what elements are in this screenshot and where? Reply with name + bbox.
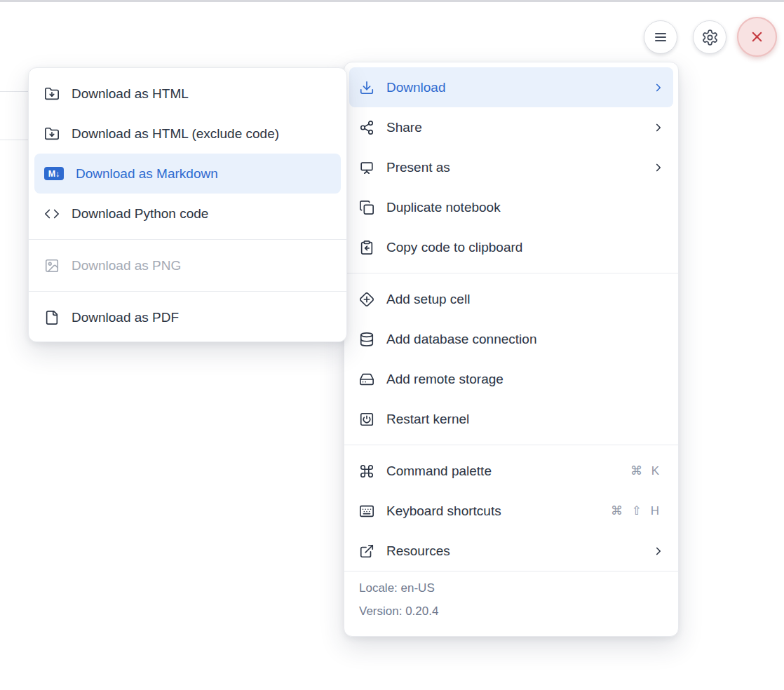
close-icon (749, 29, 765, 45)
markdown-badge-icon: M↓ (44, 166, 64, 182)
menu-item-label: Download as HTML (exclude code) (72, 126, 332, 142)
hard-drive-icon (359, 372, 374, 387)
settings-button[interactable] (693, 20, 726, 54)
chevron-right-icon (652, 161, 665, 174)
keyboard-shortcut-hint: ⌘ K (630, 464, 662, 478)
duplicate-icon (359, 200, 374, 215)
share-icon (359, 120, 374, 135)
menu-item-label: Download (386, 80, 652, 95)
menu-item-label: Download as PNG (72, 258, 332, 273)
menu-item-label: Restart kernel (386, 412, 665, 427)
presentation-icon (359, 160, 374, 175)
menu-separator (29, 291, 346, 292)
menu-footer: Locale: en-US Version: 0.20.4 (344, 571, 678, 618)
menu-item-command-palette[interactable]: Command palette ⌘ K (349, 451, 673, 491)
menu-item-add-database-connection[interactable]: Add database connection (349, 319, 673, 359)
menu-item-download[interactable]: Download (349, 67, 673, 107)
menu-item-label: Copy code to clipboard (386, 240, 665, 255)
menu-separator (29, 239, 346, 240)
menu-item-add-setup-cell[interactable]: Add setup cell (349, 279, 673, 319)
menu-item-restart-kernel[interactable]: Restart kernel (349, 399, 673, 439)
menu-item-label: Present as (386, 160, 652, 175)
submenu-item-download-pdf[interactable]: Download as PDF (34, 297, 341, 337)
menu-item-label: Add database connection (386, 332, 665, 347)
menu-item-label: Duplicate notebook (386, 200, 665, 215)
keyboard-shortcut-hint: ⌘ ⇧ H (611, 503, 662, 518)
menu-item-duplicate-notebook[interactable]: Duplicate notebook (349, 187, 673, 227)
menu-item-keyboard-shortcuts[interactable]: Keyboard shortcuts ⌘ ⇧ H (349, 491, 673, 531)
image-icon (44, 258, 60, 273)
submenu-item-download-html[interactable]: Download as HTML (34, 74, 341, 114)
menu-item-label: Keyboard shortcuts (386, 503, 611, 519)
menu-item-label: Download Python code (72, 206, 332, 222)
hamburger-icon (652, 29, 669, 46)
power-square-icon (359, 412, 374, 427)
submenu-item-download-python-code[interactable]: Download Python code (34, 194, 341, 234)
folder-download-icon (44, 86, 60, 102)
menu-item-label: Resources (386, 543, 652, 559)
submenu-item-download-markdown[interactable]: M↓ Download as Markdown (34, 154, 341, 194)
chevron-right-icon (652, 545, 665, 557)
menu-separator (344, 445, 678, 445)
chevron-right-icon (652, 81, 665, 94)
menu-separator (344, 273, 678, 273)
version-text: Version: 0.20.4 (359, 604, 663, 618)
menu-item-label: Download as HTML (72, 86, 332, 102)
keyboard-icon (359, 503, 374, 519)
menu-item-resources[interactable]: Resources (349, 531, 673, 571)
download-submenu: Download as HTML Download as HTML (exclu… (28, 67, 347, 342)
menu-item-label: Download as Markdown (76, 166, 332, 182)
menu-item-label: Share (386, 120, 652, 135)
submenu-item-download-png[interactable]: Download as PNG (34, 245, 341, 285)
window-top-edge (0, 0, 784, 2)
download-icon (359, 80, 374, 95)
submenu-item-download-html-exclude-code[interactable]: Download as HTML (exclude code) (34, 114, 341, 154)
menu-item-label: Add setup cell (386, 292, 665, 307)
locale-text: Locale: en-US (359, 581, 663, 595)
gear-icon (701, 29, 719, 46)
menu-item-label: Download as PDF (72, 310, 332, 325)
menu-item-copy-code[interactable]: Copy code to clipboard (349, 227, 673, 267)
menu-item-label: Command palette (386, 464, 630, 479)
external-link-icon (359, 543, 374, 559)
background-rule-line (0, 91, 28, 92)
chevron-right-icon (652, 121, 665, 134)
menu-item-add-remote-storage[interactable]: Add remote storage (349, 359, 673, 399)
menu-item-share[interactable]: Share (349, 107, 673, 147)
background-rule-line (0, 140, 28, 140)
notebook-actions-menu: Download Share Present as Duplicate note… (344, 62, 679, 637)
folder-download-icon (44, 126, 60, 142)
clipboard-copy-icon (359, 240, 374, 255)
close-button[interactable] (737, 17, 777, 57)
file-icon (44, 310, 60, 325)
markdown-badge-text: M↓ (44, 167, 64, 180)
database-icon (359, 332, 374, 347)
code-icon (44, 206, 60, 222)
menu-item-present-as[interactable]: Present as (349, 147, 673, 187)
menu-item-label: Add remote storage (386, 372, 665, 387)
notebook-menu-button[interactable] (644, 20, 677, 54)
command-icon (359, 464, 374, 479)
diamond-plus-icon (359, 292, 374, 307)
